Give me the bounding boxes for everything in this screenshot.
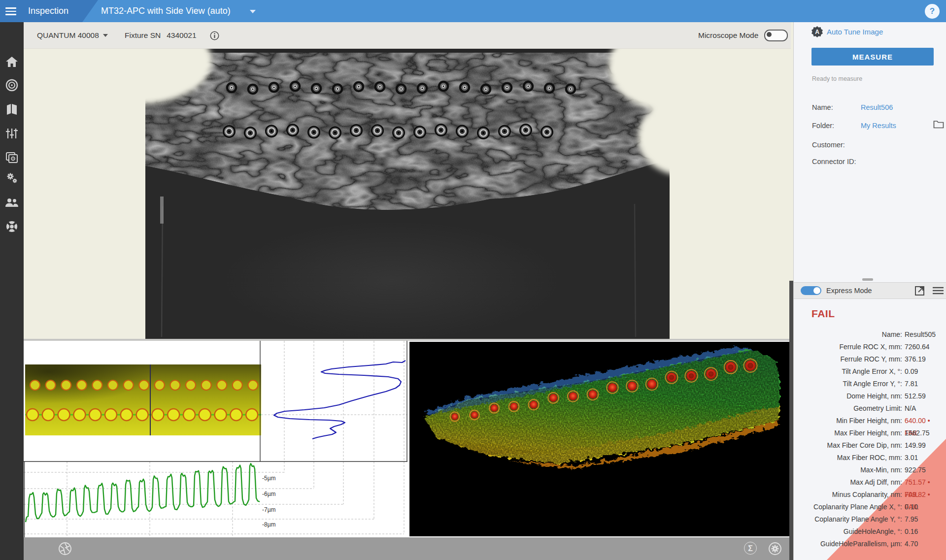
auto-tune-badge-icon: A (811, 26, 823, 37)
device-chevron-down-icon (103, 34, 108, 37)
name-value[interactable]: Result506 (861, 103, 893, 111)
measure-status: Ready to measure (812, 75, 862, 82)
result-row-value: 149.99 (902, 439, 944, 452)
settings-gear-icon[interactable] (768, 542, 782, 556)
sliders-icon[interactable] (0, 125, 24, 142)
result-row-label: Minus Coplanarity, nm: (800, 489, 902, 501)
result-row: Minus Coplanarity, nm: 709.82 • FAIL (800, 489, 944, 501)
result-row-label: GuideHoleAngle, °: (800, 526, 902, 538)
analysis-panel: -5µm -6µm -7µm -8µm (24, 341, 791, 537)
result-row-label: Max Adj Diff, nm: (800, 476, 902, 489)
result-row-label: Max-Min, nm: (800, 464, 902, 476)
preset-title[interactable]: MT32-APC with Side View (auto) (101, 0, 231, 22)
result-row-label: Max Fiber Height, nm: (800, 427, 902, 439)
result-row: Max Fiber Core Dip, nm: 149.99 (800, 439, 944, 452)
result-row-label: Tilt Angle Error Y, °: (800, 378, 902, 390)
result-row: Ferrule ROC Y, mm: 376.19 (800, 353, 944, 365)
fixture-label: Fixture SN (125, 31, 161, 40)
users-icon[interactable] (0, 194, 24, 211)
result-row: GuideHoleParallelism, µm: 4.70 (800, 538, 944, 550)
menu-hamburger-icon[interactable] (5, 7, 16, 15)
result-row: Min Fiber Height, nm: 640.00 • FAIL (800, 415, 944, 427)
measure-button[interactable]: MEASURE (811, 48, 934, 66)
library-icon[interactable] (0, 101, 24, 118)
microscope-mode-toggle[interactable] (764, 30, 788, 41)
result-row: Geometry Limit: N/A (800, 402, 944, 415)
result-row-value: 7260.64 (902, 341, 944, 353)
result-row: Ferrule ROC X, mm: 7260.64 (800, 341, 944, 353)
toolbar: QUANTUM 40008 Fixture SN 4340021 Microsc… (24, 22, 791, 49)
name-label: Name: (812, 103, 833, 111)
express-mode-bar: Express Mode (794, 282, 946, 299)
result-row-label: Ferrule ROC X, mm: (800, 341, 902, 353)
auto-tune-button[interactable]: A Auto Tune Image (811, 25, 883, 38)
result-row-value: 709.82 • FAIL (902, 489, 944, 501)
tab-inspection[interactable]: Inspection (28, 0, 68, 22)
auto-tune-label: Auto Tune Image (827, 28, 883, 36)
result-row-value: 4.70 (902, 538, 944, 550)
result-row-value: 7.95 (902, 513, 944, 526)
fixture-value: 4340021 (167, 31, 196, 40)
axis-label: -7µm (262, 506, 276, 513)
result-rows: Name: Result505 Ferrule ROC X, mm: 7260.… (800, 329, 944, 550)
device-dropdown[interactable]: QUANTUM 40008 (37, 22, 108, 49)
aperture-icon[interactable] (58, 542, 72, 556)
result-row-label: Coplanarity Plane Angle Y, °: (800, 513, 902, 526)
axis-label: -8µm (262, 521, 276, 528)
result-row-label: Name: (800, 329, 902, 341)
result-row-value: 0.16 (902, 526, 944, 538)
customer-label: Customer: (812, 141, 845, 149)
help-icon[interactable]: ? (925, 4, 940, 19)
express-mode-toggle[interactable] (801, 286, 821, 295)
folder-value[interactable]: My Results (861, 122, 896, 130)
folder-label: Folder: (812, 122, 834, 130)
panel-separator (789, 281, 793, 560)
sidebar (0, 22, 24, 560)
result-row-label: Geometry Limit: (800, 402, 902, 415)
titlebar: Inspection MT32-APC with Side View (auto… (0, 0, 946, 22)
wheel-icon[interactable] (0, 218, 24, 235)
surface-3d-plot[interactable] (409, 342, 791, 536)
image-settings-icon[interactable] (0, 149, 24, 166)
profile-plots[interactable]: -5µm -6µm -7µm -8µm (24, 341, 407, 537)
preset-chevron-down-icon[interactable] (250, 10, 256, 13)
scope-image[interactable] (145, 49, 670, 339)
fixture-info-icon[interactable] (210, 22, 219, 49)
result-row-value: 376.19 (902, 353, 944, 365)
result-row: Tilt Angle Error X, °: 0.09 (800, 365, 944, 378)
result-row-value: 7.81 (902, 378, 944, 390)
result-row: Tilt Angle Error Y, °: 7.81 (800, 378, 944, 390)
panel-drag-handle[interactable] (862, 278, 873, 281)
result-row-value: 1562.75 (902, 427, 944, 439)
image-viewport (24, 49, 791, 339)
microscope-mode-label: Microscope Mode (698, 31, 758, 40)
axis-label: -5µm (262, 475, 276, 482)
target-icon[interactable] (0, 77, 24, 94)
results-menu-icon[interactable] (933, 287, 944, 296)
result-row-value: 751.57 • FAIL (902, 476, 944, 489)
result-row-label: Coplanarity Plane Angle X, °: (800, 501, 902, 513)
result-status-badge: FAIL (811, 308, 835, 320)
result-row: GuideHoleAngle, °: 0.16 (800, 526, 944, 538)
result-row: Coplanarity Plane Angle Y, °: 7.95 (800, 513, 944, 526)
result-row-value: 922.75 (902, 464, 944, 476)
result-row-value: 3.01 (902, 452, 944, 464)
result-row-label: Max Fiber ROC, mm: (800, 452, 902, 464)
axis-label: -6µm (262, 491, 276, 497)
result-row: Dome Height, nm: 512.59 (800, 390, 944, 402)
result-row-value: N/A (902, 402, 944, 415)
popout-icon[interactable] (914, 286, 925, 298)
fiber-camera-image (25, 364, 261, 435)
device-name: QUANTUM 40008 (37, 31, 99, 40)
express-mode-label: Express Mode (826, 283, 872, 298)
result-row: Name: Result505 (800, 329, 944, 341)
statusbar: Σ (24, 537, 791, 560)
gears-icon[interactable] (0, 170, 24, 187)
sigma-summary-icon[interactable]: Σ (744, 542, 758, 556)
result-row-value: Result505 (902, 329, 944, 341)
home-icon[interactable] (0, 53, 24, 70)
application-window: Inspection MT32-APC with Side View (auto… (0, 0, 946, 560)
result-row-label: Max Fiber Core Dip, nm: (800, 439, 902, 452)
result-row: Max Fiber ROC, mm: 3.01 (800, 452, 944, 464)
folder-icon[interactable] (933, 120, 944, 131)
